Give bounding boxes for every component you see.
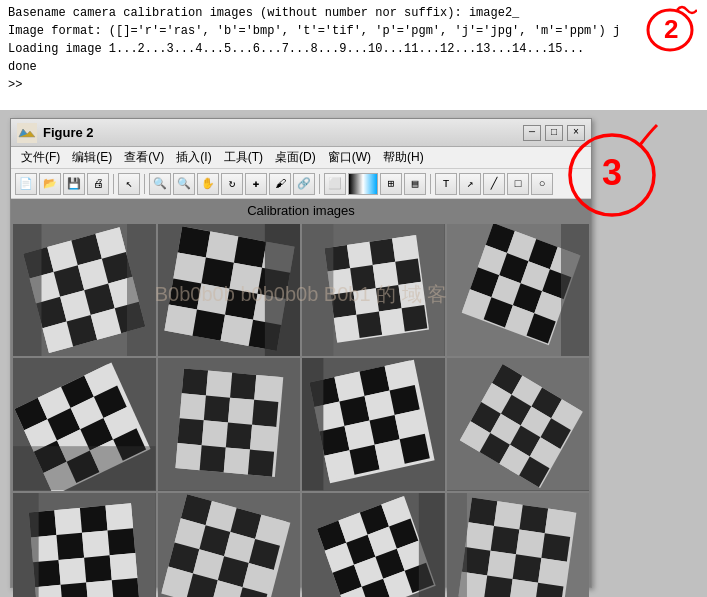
svg-rect-114 xyxy=(199,445,225,472)
cal-image-4 xyxy=(447,224,590,356)
tb-legend[interactable]: ▤ xyxy=(404,173,426,195)
cal-image-10 xyxy=(158,493,301,598)
svg-rect-170 xyxy=(86,580,114,597)
svg-rect-218 xyxy=(516,529,545,557)
tb-grid[interactable]: ⊞ xyxy=(380,173,402,195)
svg-rect-225 xyxy=(483,575,512,597)
svg-rect-216 xyxy=(465,522,494,550)
toolbar: 📄 📂 💾 🖨 ↖ 🔍 🔍 ✋ ↻ ✚ 🖌 🔗 ⬜ ⊞ ▤ T ↗ ╱ □ ○ xyxy=(11,169,591,199)
figure-window: Figure 2 ─ □ × 文件(F) 编辑(E) 查看(V) 插入(I) 工… xyxy=(10,118,592,588)
menu-tools[interactable]: 工具(T) xyxy=(218,147,269,168)
tb-brush[interactable]: 🖌 xyxy=(269,173,291,195)
minimize-button[interactable]: ─ xyxy=(523,125,541,141)
svg-rect-34 xyxy=(196,284,229,315)
svg-rect-167 xyxy=(110,553,138,580)
svg-rect-56 xyxy=(334,315,360,342)
svg-rect-221 xyxy=(487,550,516,578)
menu-help[interactable]: 帮助(H) xyxy=(377,147,430,168)
maximize-button[interactable]: □ xyxy=(545,125,563,141)
svg-rect-217 xyxy=(490,525,519,553)
svg-rect-165 xyxy=(59,557,87,584)
svg-rect-116 xyxy=(247,450,273,477)
tb-save[interactable]: 💾 xyxy=(63,173,85,195)
tb-insert-ellipse[interactable]: ○ xyxy=(531,173,553,195)
svg-text:3: 3 xyxy=(602,152,622,193)
tb-colormap[interactable] xyxy=(348,173,378,195)
svg-rect-58 xyxy=(379,308,405,335)
menu-window[interactable]: 窗口(W) xyxy=(322,147,377,168)
svg-rect-223 xyxy=(538,558,567,586)
tb-insert-arrow[interactable]: ↗ xyxy=(459,173,481,195)
svg-rect-31 xyxy=(229,263,262,294)
cal-image-8 xyxy=(447,358,590,490)
svg-rect-29 xyxy=(173,252,206,283)
svg-rect-169 xyxy=(61,582,89,597)
svg-rect-115 xyxy=(223,448,249,475)
terminal-line-2: Image format: ([]='r'='ras', 'b'='bmp', … xyxy=(8,22,699,40)
svg-rect-104 xyxy=(254,375,280,402)
tb-zoom-in[interactable]: 🔍 xyxy=(149,173,171,195)
terminal-line-1: Basename camera calibration images (with… xyxy=(8,4,699,22)
svg-rect-41 xyxy=(264,224,300,356)
menu-file[interactable]: 文件(F) xyxy=(15,147,66,168)
cal-image-6 xyxy=(158,358,301,490)
tb-insert-line[interactable]: ╱ xyxy=(483,173,505,195)
prompt-symbol: >> xyxy=(8,76,22,94)
svg-rect-33 xyxy=(168,278,201,309)
tb-new[interactable]: 📄 xyxy=(15,173,37,195)
svg-rect-213 xyxy=(493,501,522,529)
menu-desktop[interactable]: 桌面(D) xyxy=(269,147,322,168)
tb-open[interactable]: 📂 xyxy=(39,173,61,195)
close-button[interactable]: × xyxy=(567,125,585,141)
svg-rect-103 xyxy=(230,373,256,400)
figure-title: Figure 2 xyxy=(43,125,523,140)
cal-image-9 xyxy=(13,493,156,598)
svg-rect-55 xyxy=(398,282,424,309)
svg-rect-212 xyxy=(468,497,497,525)
menu-bar: 文件(F) 编辑(E) 查看(V) 插入(I) 工具(T) 桌面(D) 窗口(W… xyxy=(11,147,591,169)
svg-rect-107 xyxy=(227,398,253,425)
tb-print[interactable]: 🖨 xyxy=(87,173,109,195)
svg-rect-105 xyxy=(179,394,205,421)
svg-rect-26 xyxy=(205,231,238,262)
svg-rect-112 xyxy=(249,425,275,452)
menu-view[interactable]: 查看(V) xyxy=(118,147,170,168)
svg-rect-215 xyxy=(544,508,573,536)
tb-link[interactable]: 🔗 xyxy=(293,173,315,195)
svg-rect-45 xyxy=(347,242,373,269)
svg-rect-161 xyxy=(56,532,84,559)
svg-rect-109 xyxy=(177,418,203,445)
cal-image-12 xyxy=(447,493,590,598)
tb-plot-edit[interactable]: ⬜ xyxy=(324,173,346,195)
cal-image-7 xyxy=(302,358,445,490)
svg-rect-98 xyxy=(13,446,156,490)
tb-pan[interactable]: ✋ xyxy=(197,173,219,195)
svg-rect-51 xyxy=(395,258,421,285)
svg-rect-57 xyxy=(356,312,382,339)
tb-select[interactable]: ↖ xyxy=(118,173,140,195)
tb-rotate[interactable]: ↻ xyxy=(221,173,243,195)
svg-rect-166 xyxy=(84,555,112,582)
svg-rect-39 xyxy=(220,315,253,346)
tb-insert-text[interactable]: T xyxy=(435,173,457,195)
menu-edit[interactable]: 编辑(E) xyxy=(66,147,118,168)
svg-rect-60 xyxy=(302,224,333,356)
menu-insert[interactable]: 插入(I) xyxy=(170,147,217,168)
calibration-image-grid xyxy=(11,222,591,597)
terminal-area: Basename camera calibration images (with… xyxy=(0,0,707,110)
tb-datacursor[interactable]: ✚ xyxy=(245,173,267,195)
svg-rect-46 xyxy=(370,238,396,265)
tb-insert-rect[interactable]: □ xyxy=(507,173,529,195)
svg-rect-37 xyxy=(164,305,197,336)
cal-image-1 xyxy=(13,224,156,356)
tb-zoom-out[interactable]: 🔍 xyxy=(173,173,195,195)
svg-rect-27 xyxy=(233,237,266,268)
svg-rect-172 xyxy=(13,493,39,598)
svg-rect-162 xyxy=(82,530,110,557)
svg-rect-108 xyxy=(252,400,278,427)
svg-rect-38 xyxy=(192,310,225,341)
svg-rect-25 xyxy=(177,226,210,257)
svg-rect-21 xyxy=(13,224,42,356)
svg-rect-157 xyxy=(54,507,82,534)
cal-image-3 xyxy=(302,224,445,356)
